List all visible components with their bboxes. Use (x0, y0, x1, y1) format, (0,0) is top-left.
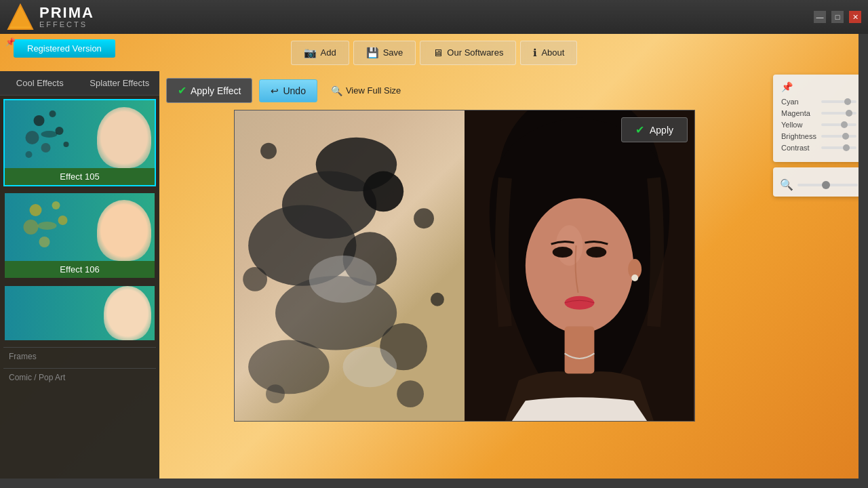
right-scrollbar[interactable] (859, 34, 868, 488)
apply-effect-button[interactable]: ✔ Apply Effect (166, 78, 252, 103)
brightness-label: Brightness (781, 132, 818, 140)
zoom-out-icon: 🔍 (780, 178, 793, 191)
effect-106-preview (5, 193, 155, 261)
effect-107-thumbnail (5, 286, 155, 340)
sidebar: Cool Effects Splatter Effects (0, 71, 159, 488)
effect-106-item[interactable]: Effect 106 (3, 192, 156, 279)
color-card-pin-icon: 📌 (781, 81, 856, 92)
svg-point-28 (266, 384, 285, 403)
top-toolbar: Registered Version 📷 Add 💾 Save 🖥 Our So… (0, 34, 868, 71)
svg-point-12 (24, 220, 39, 235)
apply-overlay-label: Apply (650, 125, 673, 136)
contrast-label: Contrast (781, 144, 818, 152)
apply-overlay-button[interactable]: ✔ Apply (621, 117, 688, 142)
brightness-track[interactable] (821, 135, 856, 138)
effect-105-preview (5, 100, 155, 168)
svg-point-4 (26, 131, 39, 144)
cool-effects-tab[interactable]: Cool Effects (0, 71, 80, 95)
splatter-overlay (235, 110, 465, 421)
minimize-button[interactable]: — (814, 11, 826, 23)
registered-version-area: Registered Version (14, 39, 115, 58)
contrast-thumb[interactable] (843, 144, 850, 151)
svg-point-18 (363, 171, 403, 212)
add-button[interactable]: 📷 Add (291, 41, 349, 65)
effect-107-preview (5, 286, 155, 340)
main-image: ✔ Apply (234, 110, 695, 422)
svg-point-26 (243, 267, 267, 291)
effect-106-splatter (5, 193, 155, 261)
effect-105-label: Effect 105 (5, 168, 155, 185)
cyan-label: Cyan (781, 98, 818, 106)
add-label: Add (321, 47, 336, 58)
about-label: About (541, 47, 564, 58)
app-subtitle: EFFECTS (39, 20, 94, 28)
magenta-track[interactable] (821, 112, 856, 115)
svg-point-3 (50, 110, 56, 117)
view-fullsize-label: View Full Size (346, 85, 401, 96)
svg-point-24 (260, 143, 277, 159)
zoom-card: 📌 🔍 (773, 167, 865, 197)
yellow-track[interactable] (821, 123, 856, 126)
about-button[interactable]: ℹ About (520, 41, 577, 65)
cyan-slider-row: Cyan (781, 98, 856, 106)
effect-106-label: Effect 106 (5, 261, 155, 278)
add-icon: 📷 (304, 47, 317, 59)
apply-effect-label: Apply Effect (191, 85, 241, 96)
svg-point-14 (39, 237, 50, 247)
zoom-in-icon: 🔍 (331, 85, 342, 96)
about-icon: ℹ (533, 47, 537, 59)
image-left-half (235, 110, 465, 421)
svg-point-2 (34, 115, 45, 126)
yellow-thumb[interactable] (841, 121, 848, 128)
splatter-effects-tab[interactable]: Splatter Effects (80, 71, 160, 95)
effect-105-splatter (5, 100, 155, 168)
content-area: Cool Effects Splatter Effects (0, 71, 868, 488)
sidebar-items: Effect 105 (0, 96, 159, 488)
close-button[interactable]: ✕ (849, 11, 861, 23)
our-softwares-button[interactable]: 🖥 Our Softwares (420, 41, 516, 65)
save-label: Save (383, 47, 403, 58)
svg-point-23 (248, 340, 329, 394)
effect-105-item[interactable]: Effect 105 (3, 99, 156, 186)
frames-section[interactable]: Frames (3, 347, 156, 365)
canvas-area: ✔ Apply Effect ↩ Undo 🔍 View Full Size (159, 71, 770, 488)
save-button[interactable]: 💾 Save (353, 41, 416, 65)
maximize-button[interactable]: □ (831, 11, 844, 23)
sidebar-header: Cool Effects Splatter Effects (0, 71, 159, 96)
effect-107-item[interactable] (3, 285, 156, 342)
comic-pop-art-section[interactable]: Comic / Pop Art (3, 368, 156, 386)
magenta-thumb[interactable] (846, 110, 852, 117)
our-softwares-label: Our Softwares (447, 47, 503, 58)
image-right-half (465, 110, 694, 421)
svg-point-29 (397, 380, 424, 407)
svg-point-7 (64, 142, 69, 147)
svg-point-6 (41, 143, 51, 152)
contrast-track[interactable] (821, 146, 856, 149)
svg-point-8 (26, 151, 33, 158)
yellow-slider-row: Yellow (781, 121, 856, 129)
svg-point-36 (553, 247, 573, 258)
logo-icon (7, 3, 34, 30)
registered-version-button[interactable]: Registered Version (14, 39, 115, 58)
bottom-scrollbar[interactable] (0, 479, 859, 488)
window-controls: — □ ✕ (814, 11, 861, 23)
effect-106-thumbnail (5, 193, 155, 261)
undo-button[interactable]: ↩ Undo (259, 79, 317, 102)
title-bar: PRIMA EFFECTS — □ ✕ (0, 0, 868, 34)
yellow-label: Yellow (781, 121, 818, 129)
cyan-thumb[interactable] (844, 98, 851, 105)
cyan-track[interactable] (821, 100, 856, 103)
svg-point-37 (586, 247, 606, 258)
brightness-thumb[interactable] (842, 133, 849, 140)
svg-rect-41 (565, 327, 595, 374)
save-icon: 💾 (366, 47, 379, 59)
view-fullsize-button[interactable]: 🔍 View Full Size (324, 80, 408, 102)
svg-point-11 (52, 201, 60, 209)
contrast-slider-row: Contrast (781, 144, 856, 152)
apply-effect-check-icon: ✔ (178, 84, 186, 97)
zoom-slider[interactable] (797, 184, 858, 186)
main-background: Registered Version 📷 Add 💾 Save 🖥 Our So… (0, 34, 868, 488)
portrait-art (465, 110, 694, 421)
zoom-thumb[interactable] (822, 181, 830, 189)
svg-point-27 (431, 293, 444, 306)
